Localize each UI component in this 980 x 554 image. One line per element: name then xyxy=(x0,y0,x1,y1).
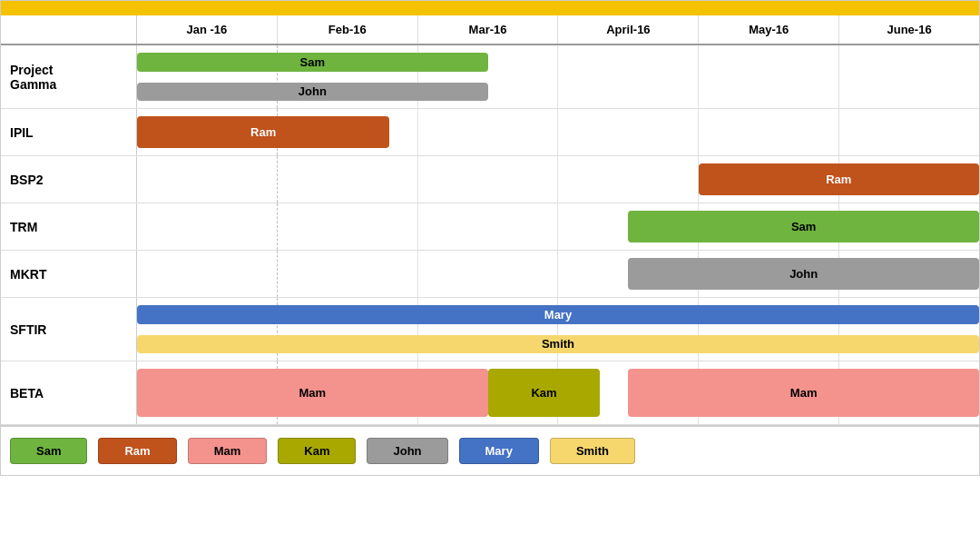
legend-item-john: John xyxy=(367,438,447,464)
legend-item-mam: Mam xyxy=(188,438,268,464)
header-month-1: Feb-16 xyxy=(278,15,418,44)
legend: SamRamMamKamJohnMarySmith xyxy=(1,425,979,475)
legend-box-mam: Mam xyxy=(188,438,268,464)
project-label-sftir: SFTIR xyxy=(1,298,137,361)
bar-sam: Sam xyxy=(628,211,979,242)
row-ipil: IPILRam xyxy=(1,109,979,156)
project-label-ipil: IPIL xyxy=(1,109,137,155)
bar-sam: Sam xyxy=(137,53,488,72)
header-month-5: June-16 xyxy=(839,15,979,44)
bar-mary: Mary xyxy=(137,305,979,324)
legend-box-ram: Ram xyxy=(98,438,176,464)
bar-john: John xyxy=(137,83,488,102)
legend-item-sam: Sam xyxy=(10,438,87,464)
bar-ram: Ram xyxy=(699,163,979,195)
bar-smith: Smith xyxy=(137,335,979,354)
row-sftir: SFTIRMarySmith xyxy=(1,298,979,361)
project-label-bsp2: BSP2 xyxy=(1,156,137,203)
row-mkrt: MKRTJohn xyxy=(1,251,979,298)
legend-box-john: John xyxy=(367,438,447,464)
project-label-mkrt: MKRT xyxy=(1,251,137,297)
row-bsp2: BSP2Ram xyxy=(1,156,979,203)
chart-body: Project GammaSamJohnIPILRamBSP2RamTRMSam… xyxy=(1,45,979,425)
header-month-4: May-16 xyxy=(699,15,839,44)
header-month-3: April-16 xyxy=(558,15,699,44)
legend-item-ram: Ram xyxy=(98,438,176,464)
project-label-project-gamma: Project Gamma xyxy=(1,45,137,108)
row-project-gamma: Project GammaSamJohn xyxy=(1,45,979,109)
legend-box-kam: Kam xyxy=(278,438,356,464)
legend-item-smith: Smith xyxy=(550,438,635,464)
legend-item-kam: Kam xyxy=(278,438,356,464)
chart-header: Jan -16Feb-16Mar-16April-16May-16June-16 xyxy=(1,15,979,45)
row-trm: TRMSam xyxy=(1,203,979,251)
project-label-trm: TRM xyxy=(1,203,137,250)
legend-box-sam: Sam xyxy=(10,438,87,464)
header-month-0: Jan -16 xyxy=(137,15,278,44)
legend-box-mary: Mary xyxy=(459,438,539,464)
bar-ram: Ram xyxy=(137,116,389,148)
bar-kam: Kam xyxy=(488,369,601,417)
header-project xyxy=(1,15,137,44)
legend-box-smith: Smith xyxy=(550,438,635,464)
bar-mam: Mam xyxy=(137,369,488,417)
legend-item-mary: Mary xyxy=(459,438,539,464)
row-beta: BETAMamKamMam xyxy=(1,361,979,425)
chart-wrapper: Jan -16Feb-16Mar-16April-16May-16June-16… xyxy=(0,0,980,476)
bar-john: John xyxy=(628,258,979,290)
header-month-2: Mar-16 xyxy=(418,15,559,44)
header-months: Jan -16Feb-16Mar-16April-16May-16June-16 xyxy=(137,15,979,44)
bar-mam: Mam xyxy=(628,369,979,417)
chart-title xyxy=(1,1,979,15)
project-label-beta: BETA xyxy=(1,361,137,424)
